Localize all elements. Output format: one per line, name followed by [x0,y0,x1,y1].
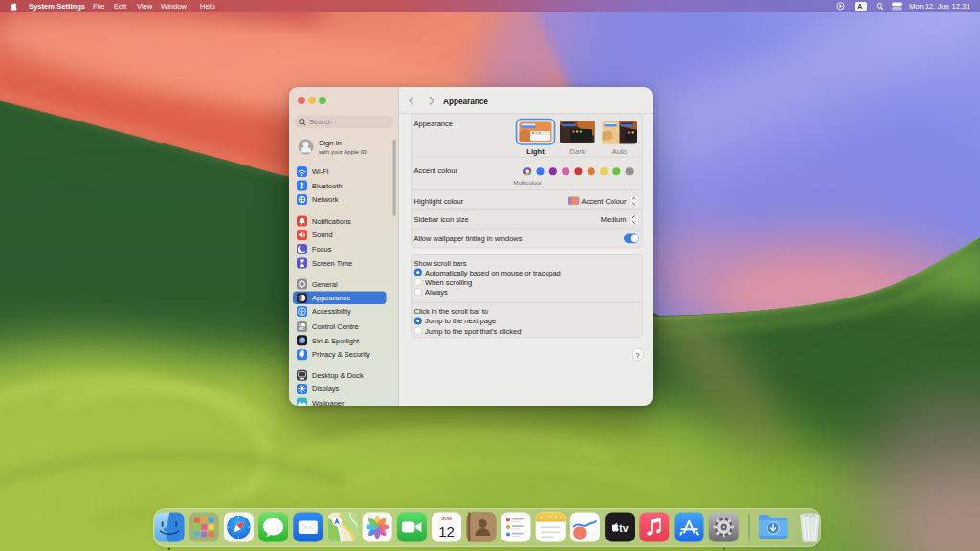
svg-text:JUN: JUN [441,516,452,521]
svg-text:?: ? [635,351,640,360]
svg-text:Privacy & Security: Privacy & Security [312,350,370,359]
svg-text:Control Centre: Control Centre [312,322,359,331]
svg-text:Window: Window [161,2,188,11]
svg-text:Appearance: Appearance [414,120,453,128]
svg-text:Highlight colour: Highlight colour [414,197,464,206]
svg-text:Light: Light [526,147,545,156]
svg-text:Accent Colour: Accent Colour [581,197,627,206]
svg-text:Appearance: Appearance [443,98,488,106]
svg-text:12: 12 [438,523,455,540]
svg-text:Focus: Focus [312,245,332,253]
svg-text:System Settings: System Settings [29,2,85,11]
svg-text:Automatically based on mouse o: Automatically based on mouse or trackpad [425,269,561,277]
svg-text:Wi-Fi: Wi-Fi [312,167,329,176]
svg-text:Medium: Medium [601,215,627,224]
svg-text:Dark: Dark [570,147,586,156]
svg-text:with your Apple ID: with your Apple ID [318,148,367,155]
svg-text:tv: tv [619,522,628,534]
svg-text:Multicolour: Multicolour [513,179,542,186]
svg-text:General: General [312,280,338,289]
svg-text:Sidebar icon size: Sidebar icon size [414,215,469,224]
svg-text:Network: Network [312,195,339,204]
svg-text:Wallpaper: Wallpaper [312,399,345,406]
svg-text:Displays: Displays [312,385,340,393]
svg-text:Search: Search [309,118,332,126]
svg-text:Sign in: Sign in [319,139,342,147]
svg-text:Desktop & Dock: Desktop & Dock [312,371,364,380]
svg-text:Accessibility: Accessibility [312,307,351,316]
svg-text:File: File [93,2,104,11]
svg-text:Accent colour: Accent colour [414,166,458,175]
svg-text:Siri & Spotlight: Siri & Spotlight [312,337,360,345]
svg-text:Show scroll bars: Show scroll bars [414,259,467,268]
svg-text:Edit: Edit [114,2,127,11]
svg-text:Screen Time: Screen Time [312,259,352,268]
svg-text:Jump to the spot that’s clicke: Jump to the spot that’s clicked [425,327,521,336]
svg-text:Notifications: Notifications [312,217,351,226]
svg-text:Jump to the next page: Jump to the next page [425,317,496,325]
svg-text:Click in the scroll bar to: Click in the scroll bar to [414,307,489,316]
svg-text:Auto: Auto [612,147,627,156]
svg-text:Always: Always [425,288,448,297]
svg-text:Bluetooth: Bluetooth [312,182,343,190]
svg-text:Help: Help [200,2,215,11]
svg-text:Mon 12. Jun: Mon 12. Jun [909,2,949,11]
svg-text:12.31: 12.31 [952,2,970,11]
svg-text:Sound: Sound [312,231,333,239]
svg-text:A: A [858,3,862,10]
svg-text:When scrolling: When scrolling [425,278,472,287]
svg-text:Appearance: Appearance [312,294,350,302]
svg-text:View: View [137,2,153,11]
svg-text:Allow wallpaper tinting in win: Allow wallpaper tinting in windows [414,234,523,243]
